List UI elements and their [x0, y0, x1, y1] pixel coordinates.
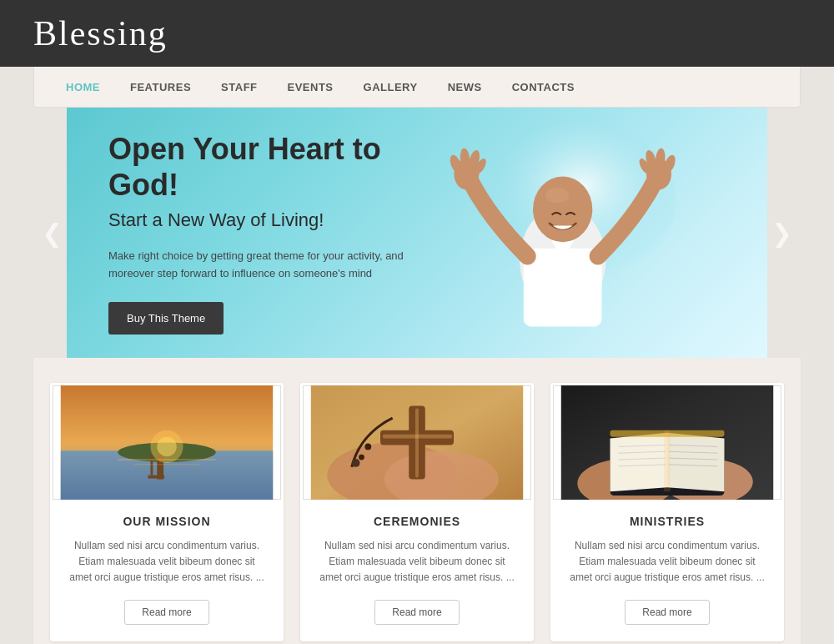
card-ceremonies: CEREMONIES Nullam sed nisi arcu condimen…: [300, 383, 534, 641]
read-more-ministries-button[interactable]: Read more: [625, 600, 709, 625]
read-more-ceremonies-button[interactable]: Read more: [374, 600, 459, 625]
hero-body: Make right choice by getting great theme…: [108, 248, 425, 283]
slider-next-button[interactable]: ❯: [763, 210, 801, 256]
nav-item-news[interactable]: NEWS: [433, 67, 497, 107]
svg-point-35: [359, 455, 364, 460]
svg-rect-21: [148, 475, 164, 479]
card-title-mission: OUR MISSION: [50, 515, 284, 528]
svg-point-5: [545, 188, 569, 204]
card-body-mission: Nullam sed nisi arcu condimentum varius.…: [50, 538, 284, 586]
svg-point-25: [157, 437, 176, 456]
card-ministries: MINISTRIES Nullam sed nisi arcu condimen…: [550, 383, 784, 641]
card-image-mission: [50, 383, 284, 500]
site-logo: Blessing: [33, 13, 168, 53]
header: Blessing: [0, 0, 834, 67]
nav-item-events[interactable]: EVENTS: [273, 67, 349, 107]
card-our-mission: OUR MISSION Nullam sed nisi arcu condime…: [50, 383, 284, 641]
hero-section: Open Your Heart to God! Start a New Way …: [67, 108, 767, 358]
card-body-ministries: Nullam sed nisi arcu condimentum varius.…: [550, 538, 784, 586]
cards-section: OUR MISSION Nullam sed nisi arcu condime…: [33, 358, 801, 644]
svg-rect-23: [134, 464, 199, 465]
card-image-ceremonies: [300, 383, 534, 500]
navigation: HOME FEATURES STAFF EVENTS GALLERY NEWS …: [33, 67, 801, 108]
card-body-ceremonies: Nullam sed nisi arcu condimentum varius.…: [300, 538, 534, 586]
hero-subheading: Start a New Way of Living!: [108, 209, 425, 231]
cards-grid: OUR MISSION Nullam sed nisi arcu condime…: [50, 383, 784, 641]
card-title-ceremonies: CEREMONIES: [300, 515, 534, 528]
svg-point-4: [533, 177, 592, 243]
buy-theme-button[interactable]: Buy This Theme: [108, 302, 224, 335]
card-title-ministries: MINISTRIES: [550, 515, 784, 528]
svg-rect-20: [150, 455, 153, 475]
hero-heading: Open Your Heart to God!: [108, 131, 425, 203]
hero-content: Open Your Heart to God! Start a New Way …: [67, 108, 467, 358]
svg-point-33: [352, 459, 360, 467]
nav-item-home[interactable]: HOME: [51, 67, 115, 107]
slider-prev-button[interactable]: ❮: [33, 210, 71, 256]
nav-item-contacts[interactable]: CONTACTS: [497, 67, 590, 107]
svg-rect-3: [524, 249, 602, 327]
svg-rect-49: [664, 430, 671, 491]
card-image-ministries: [550, 383, 784, 500]
svg-point-34: [364, 443, 371, 450]
nav-item-staff[interactable]: STAFF: [206, 67, 272, 107]
svg-rect-32: [383, 435, 452, 439]
nav-item-features[interactable]: FEATURES: [115, 67, 206, 107]
nav-bar: HOME FEATURES STAFF EVENTS GALLERY NEWS …: [34, 67, 800, 107]
hero-slider: ❮ Open Your Heart to God! Start a New Wa…: [33, 108, 801, 358]
nav-item-gallery[interactable]: GALLERY: [349, 67, 433, 107]
read-more-mission-button[interactable]: Read more: [124, 600, 208, 625]
svg-rect-31: [415, 408, 419, 477]
